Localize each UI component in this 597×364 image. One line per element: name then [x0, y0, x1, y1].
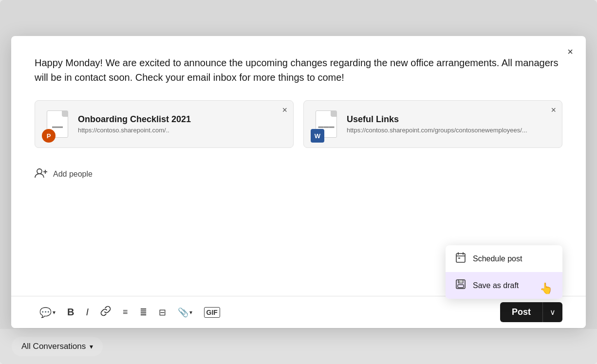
post-dropdown-button[interactable]: ∨ — [542, 302, 562, 322]
indent-icon: ⊟ — [159, 307, 166, 318]
cursor-pointer: 👆 — [540, 282, 553, 295]
svg-rect-10 — [458, 285, 464, 288]
bold-button[interactable]: B — [62, 304, 79, 321]
schedule-post-label: Schedule post — [473, 255, 522, 263]
schedule-post-icon — [455, 252, 466, 265]
bullet-list-icon: ≣ — [140, 307, 147, 318]
all-conversations-chevron: ▾ — [90, 343, 93, 350]
attachment-info-ppt: Onboarding Checklist 2021 https://contos… — [78, 114, 191, 134]
post-button-group: Post ∨ — [500, 302, 562, 322]
attachment-url-word: https://contoso.sharepoint.com/groups/co… — [347, 127, 527, 134]
attach-chevron: ▾ — [189, 309, 192, 316]
ppt-file-icon: ▬▬ P — [45, 109, 70, 140]
attachment-remove-button-ppt[interactable]: × — [282, 106, 287, 114]
attachment-remove-button-word[interactable]: × — [551, 106, 556, 114]
attachment-card-word: × ▬▬▬ W Useful Links https://contoso.sha… — [303, 100, 562, 148]
attachment-title-ppt: Onboarding Checklist 2021 — [78, 114, 191, 125]
all-conversations-button[interactable]: All Conversations ▾ — [12, 337, 103, 356]
add-people-label: Add people — [53, 170, 93, 179]
all-conversations-label: All Conversations — [21, 342, 86, 351]
ordered-list-icon: ≡ — [123, 307, 128, 317]
message-type-chevron: ▾ — [53, 309, 56, 316]
svg-rect-7 — [458, 257, 460, 259]
attach-icon: 📎 — [178, 307, 188, 318]
message-text: Happy Monday! We are excited to announce… — [35, 55, 562, 85]
save-draft-label: Save as draft — [473, 281, 519, 290]
attachment-title-word: Useful Links — [347, 114, 527, 125]
gif-button[interactable]: GIF — [199, 304, 225, 321]
attach-button[interactable]: 📎 ▾ — [173, 304, 197, 321]
schedule-post-item[interactable]: Schedule post — [446, 245, 562, 272]
attachment-card-ppt: × ▬▬ P Onboarding Checklist 2021 https:/… — [35, 100, 294, 148]
bold-icon: B — [67, 307, 74, 318]
bottom-bar: All Conversations ▾ — [0, 329, 597, 364]
attachment-info-word: Useful Links https://contoso.sharepoint.… — [347, 114, 527, 134]
word-file-icon: ▬▬▬ W — [314, 109, 339, 140]
gif-icon: GIF — [204, 307, 220, 318]
indent-button[interactable]: ⊟ — [154, 304, 171, 321]
svg-point-0 — [37, 169, 42, 174]
link-icon — [100, 306, 111, 319]
word-badge: W — [311, 129, 324, 143]
attachment-url-ppt: https://contoso.sharepoint.com/.. — [78, 127, 191, 134]
modal-close-button[interactable]: × — [562, 44, 578, 59]
modal-backdrop: × Happy Monday! We are excited to announ… — [0, 0, 597, 364]
ppt-badge: P — [42, 129, 56, 143]
message-type-icon: 💬 — [39, 307, 52, 318]
bullet-list-button[interactable]: ≣ — [135, 304, 152, 321]
svg-rect-3 — [456, 254, 465, 262]
message-type-button[interactable]: 💬 ▾ — [35, 304, 60, 321]
ordered-list-button[interactable]: ≡ — [118, 304, 133, 320]
post-dropdown-chevron: ∨ — [550, 308, 556, 317]
save-draft-item[interactable]: Save as draft 👆 — [446, 272, 562, 299]
save-draft-icon — [455, 279, 466, 292]
attachments-row: × ▬▬ P Onboarding Checklist 2021 https:/… — [35, 100, 562, 148]
compose-toolbar: 💬 ▾ B I ≡ ≣ — [11, 296, 586, 328]
add-people-icon — [35, 167, 48, 181]
compose-modal: × Happy Monday! We are excited to announ… — [11, 36, 586, 328]
italic-icon: I — [86, 307, 89, 318]
post-button[interactable]: Post — [500, 302, 542, 322]
add-people-row[interactable]: Add people — [35, 162, 562, 187]
post-dropdown-menu: Schedule post Save as draft 👆 — [446, 245, 562, 299]
link-button[interactable] — [95, 303, 116, 322]
italic-button[interactable]: I — [81, 304, 93, 321]
